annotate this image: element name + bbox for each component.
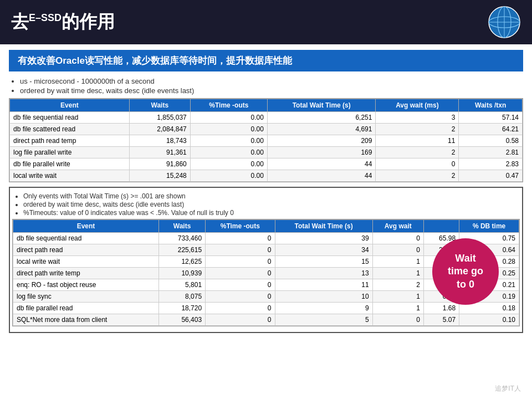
table-cell: 15,248 xyxy=(129,170,190,182)
table-cell: 64.21 xyxy=(459,124,523,135)
t2-col-dbtime-pct xyxy=(423,220,459,233)
table-row: db file sequential read733,460039065.980… xyxy=(13,233,519,244)
table2-bullets: Only events with Total Wait Time (s) >= … xyxy=(12,192,520,217)
wait-line1: Wait xyxy=(455,253,475,264)
title-prefix: 去 xyxy=(11,12,29,32)
table-cell: 9 xyxy=(275,303,372,314)
table-cell: 209 xyxy=(267,135,376,147)
table-cell: 0 xyxy=(206,256,275,268)
table-cell: direct path write temp xyxy=(13,268,159,279)
table-cell: 10,939 xyxy=(159,268,206,279)
table-cell: 10 xyxy=(275,291,372,303)
table-cell: 2 xyxy=(372,279,423,291)
table-cell: 1.68 xyxy=(423,303,459,314)
t2-col-avgwait: Avg wait xyxy=(372,220,423,233)
t2-col-dbtime: % DB time xyxy=(459,220,519,233)
table-cell: 0 xyxy=(206,244,275,256)
table-row: db file parallel read18,7200911.680.18 xyxy=(13,303,519,314)
t2-col-event: Event xyxy=(13,220,159,233)
table-cell: 0 xyxy=(206,268,275,279)
table1-body: db file sequential read1,855,0370.006,25… xyxy=(10,112,523,182)
table-cell: SQL*Net more data from client xyxy=(13,314,159,326)
table-cell: db file parallel write xyxy=(10,158,130,170)
table-cell: 0 xyxy=(372,314,423,326)
t2-col-totalwait: Total Wait Time (s) xyxy=(275,220,372,233)
table-cell: 2 xyxy=(376,147,459,158)
t2-col-timeouts: %Time -outs xyxy=(206,220,275,233)
bullet-2: ordered by wait time desc, waits desc (i… xyxy=(20,86,523,95)
table-cell: log file parallel write xyxy=(10,147,130,158)
table-cell: 225,615 xyxy=(159,244,206,256)
table-cell: 5.07 xyxy=(423,314,459,326)
t2-bullet-2: ordered by wait time desc, waits desc (i… xyxy=(23,201,520,208)
table-row: log file parallel write91,3610.0016922.8… xyxy=(10,147,523,158)
table-cell: 1 xyxy=(372,256,423,268)
table-cell: 2,084,847 xyxy=(129,124,190,135)
table-cell: 0 xyxy=(206,314,275,326)
bullet-1: us - microsecond - 1000000th of a second xyxy=(20,77,523,85)
col-totalwait: Total Wait Time (s) xyxy=(267,99,376,112)
table-cell: 5,801 xyxy=(159,279,206,291)
table-cell: 0 xyxy=(206,291,275,303)
table-cell: 4,691 xyxy=(267,124,376,135)
table-cell: 0.00 xyxy=(190,135,267,147)
table-cell: db file sequential read xyxy=(10,112,130,124)
table-cell: local write wait xyxy=(10,170,130,182)
table-cell: 3 xyxy=(376,112,459,124)
table-cell: 0 xyxy=(376,158,459,170)
table-cell: 2 xyxy=(376,124,459,135)
table-cell: 2 xyxy=(376,170,459,182)
globe-icon xyxy=(488,6,521,39)
table-cell: log file sync xyxy=(13,291,159,303)
table-cell: 2.81 xyxy=(459,147,523,158)
table1: Event Waits %Time -outs Total Wait Time … xyxy=(9,99,523,182)
table-row: db file scattered read2,084,8470.004,691… xyxy=(10,124,523,135)
table-cell: 15 xyxy=(275,256,372,268)
table-cell: 733,460 xyxy=(159,233,206,244)
wait-line3: to 0 xyxy=(457,279,474,290)
table1-container: Event Waits %Time -outs Total Wait Time … xyxy=(9,98,523,182)
table-cell: 34 xyxy=(275,244,372,256)
table-row: direct path read temp18,7430.00209110.58 xyxy=(10,135,523,147)
table-cell: 11 xyxy=(376,135,459,147)
col-waits: Waits xyxy=(129,99,190,112)
table-cell: 18,743 xyxy=(129,135,190,147)
table-cell: 0.00 xyxy=(190,124,267,135)
table-cell: db file parallel read xyxy=(13,303,159,314)
table-cell: 0 xyxy=(206,233,275,244)
col-waitstxn: Waits /txn xyxy=(459,99,523,112)
table-cell: 2.83 xyxy=(459,158,523,170)
table-cell: 13 xyxy=(275,268,372,279)
table-cell: 12,625 xyxy=(159,256,206,268)
table1-bullets: us - microsecond - 1000000th of a second… xyxy=(9,77,523,95)
table-cell: 0 xyxy=(372,244,423,256)
wait-bubble: Wait time go to 0 xyxy=(432,238,499,305)
col-avgwait: Avg wait (ms) xyxy=(376,99,459,112)
table-cell: 0 xyxy=(372,233,423,244)
table1-header-row: Event Waits %Time -outs Total Wait Time … xyxy=(10,99,523,112)
page-header: 去E–SSD的作用 xyxy=(0,0,532,44)
table-cell: 57.14 xyxy=(459,112,523,124)
table-cell: 0.00 xyxy=(190,147,267,158)
table-cell: 91,860 xyxy=(129,158,190,170)
table-cell: 0.00 xyxy=(190,112,267,124)
subtitle-text: 有效改善Oracle读写性能，减少数据库等待时间，提升数据库性能 xyxy=(18,55,292,66)
t2-col-waits: Waits xyxy=(159,220,206,233)
table-cell: 11 xyxy=(275,279,372,291)
table-cell: direct path read temp xyxy=(10,135,130,147)
table-cell: 0.00 xyxy=(190,158,267,170)
table-cell: db file sequential read xyxy=(13,233,159,244)
table-cell: local write wait xyxy=(13,256,159,268)
table-cell: 18,720 xyxy=(159,303,206,314)
t2-bullet-1: Only events with Total Wait Time (s) >= … xyxy=(23,192,520,200)
table2-header-row: Event Waits %Time -outs Total Wait Time … xyxy=(13,220,519,233)
table-cell: 0 xyxy=(206,303,275,314)
table-cell: 1,855,037 xyxy=(129,112,190,124)
col-event: Event xyxy=(10,99,130,112)
table-cell: 56,403 xyxy=(159,314,206,326)
table-cell: 44 xyxy=(267,170,376,182)
table-cell: 44 xyxy=(267,158,376,170)
table-cell: 0 xyxy=(206,279,275,291)
table-cell: 1 xyxy=(372,268,423,279)
table-cell: 1 xyxy=(372,291,423,303)
